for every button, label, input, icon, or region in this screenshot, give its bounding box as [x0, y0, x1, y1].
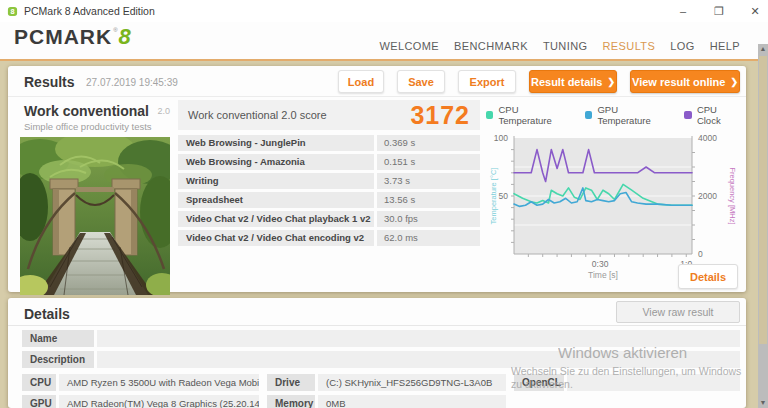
description-label: Description [22, 351, 94, 368]
cpu-temp-swatch-icon [486, 111, 493, 119]
opencl-label: OpenCL [514, 374, 564, 391]
subscore-label: Writing [178, 173, 374, 189]
gpu-label: GPU [22, 395, 56, 408]
score-value: 3172 [410, 101, 470, 130]
table-row: Video Chat v2 / Video Chat encoding v262… [178, 230, 480, 246]
nav-log[interactable]: LOG [670, 40, 694, 52]
chevron-right-icon: ❯ [730, 77, 738, 87]
minimize-icon[interactable]: – [676, 0, 690, 22]
svg-text:Time [s]: Time [s] [588, 270, 618, 280]
memory-value: 0MB [318, 395, 506, 408]
load-button[interactable]: Load [338, 70, 384, 93]
legend-label: CPU Clock [697, 104, 740, 126]
test-card: 2.0 Work conventional Simple office prod… [20, 96, 170, 292]
drive-value: (C:) SKHynix_HFS256GD9TNG-L3A0B [318, 374, 506, 391]
score-table: Work conventional 2.0 score 3172 Web Bro… [178, 100, 480, 292]
subscore-value: 30.0 fps [377, 211, 480, 227]
scroll-down-icon[interactable]: ▼ [758, 398, 768, 408]
save-button[interactable]: Save [397, 70, 445, 93]
app-icon: 8 [7, 6, 18, 17]
maximize-icon[interactable]: ❐ [712, 0, 726, 22]
details-panel-header: Details View raw result [8, 298, 746, 326]
nav-results[interactable]: RESULTS [602, 40, 655, 52]
nav-help[interactable]: HELP [710, 40, 740, 52]
chevron-right-icon: ❯ [607, 77, 615, 87]
subscore-value: 62.0 ms [377, 230, 480, 246]
cpu-clock-swatch-icon [684, 111, 691, 119]
drive-label: Drive [267, 374, 315, 391]
details-rows: Name Description CPU AMD Ryzen 5 3500U w… [22, 330, 740, 408]
test-name: Work conventional [24, 103, 149, 119]
name-row: Name [22, 330, 740, 347]
svg-text:4000: 4000 [698, 134, 717, 143]
legend-label: CPU Temperature [498, 104, 569, 126]
gpu-temp-swatch-icon [585, 111, 592, 119]
subscore-label: Spreadsheet [178, 192, 374, 208]
view-raw-result-button[interactable]: View raw result [616, 301, 740, 323]
test-version: 2.0 [157, 106, 170, 116]
table-row: Writing3.73 s [178, 173, 480, 189]
scroll-up-icon[interactable]: ▲ [758, 44, 768, 54]
legend-cpu-temperature: CPU Temperature [486, 104, 569, 126]
svg-text:100: 100 [494, 134, 508, 143]
name-value [97, 330, 740, 347]
chart-details-button[interactable]: Details [678, 264, 738, 289]
gpu-value: AMD Radeon(TM) Vega 8 Graphics (25.20.14… [59, 395, 259, 408]
monitoring-chart: CPU Temperature GPU Temperature CPU Cloc… [486, 96, 740, 292]
test-subtitle: Simple office productivity tests [24, 121, 170, 132]
line-chart: 501000200040000:301:0Time [s]Temperature… [488, 134, 738, 284]
nav-benchmark[interactable]: BENCHMARK [454, 40, 528, 52]
results-panel-body: 2.0 Work conventional Simple office prod… [8, 96, 746, 292]
hardware-row: GPU AMD Radeon(TM) Vega 8 Graphics (25.2… [22, 395, 740, 408]
chart-legend: CPU Temperature GPU Temperature CPU Cloc… [486, 104, 740, 126]
legend-cpu-clock: CPU Clock [684, 104, 740, 126]
table-row: Web Browsing - JunglePin0.369 s [178, 135, 480, 151]
table-row: Spreadsheet13.56 s [178, 192, 480, 208]
name-label: Name [22, 330, 94, 347]
subscore-value: 0.151 s [377, 154, 480, 170]
scrollbar-thumb[interactable] [759, 56, 767, 344]
logo-8-icon: 8 [119, 25, 131, 49]
cpu-label: CPU [22, 374, 56, 391]
nav-welcome[interactable]: WELCOME [379, 40, 439, 52]
subscore-value: 13.56 s [377, 192, 480, 208]
description-value [97, 351, 740, 368]
details-heading: Details [24, 306, 70, 322]
results-panel: Results 27.07.2019 19:45:39 Load Save Ex… [8, 66, 746, 292]
svg-text:Frequency [MHz]: Frequency [MHz] [728, 167, 737, 224]
results-heading: Results [24, 74, 75, 90]
subscore-label: Video Chat v2 / Video Chat playback 1 v2 [178, 211, 374, 227]
pcmark-window: 8 PCMark 8 Advanced Edition – ❐ ✕ PCMARK… [0, 0, 768, 408]
legend-label: GPU Temperature [597, 104, 668, 126]
results-panel-header: Results 27.07.2019 19:45:39 Load Save Ex… [8, 66, 746, 97]
score-label: Work conventional 2.0 score [188, 109, 410, 121]
test-photo [20, 137, 170, 295]
legend-gpu-temperature: GPU Temperature [585, 104, 668, 126]
nav-tuning[interactable]: TUNING [543, 40, 588, 52]
svg-text:Temperature [°C]: Temperature [°C] [489, 168, 498, 225]
score-header-row: Work conventional 2.0 score 3172 [178, 100, 480, 130]
close-icon[interactable]: ✕ [748, 0, 762, 22]
subscore-label: Video Chat v2 / Video Chat encoding v2 [178, 230, 374, 246]
logo-text: PCMARK [14, 25, 112, 49]
opencl-value [567, 374, 740, 391]
svg-text:2000: 2000 [698, 191, 717, 201]
main-nav: WELCOME BENCHMARK TUNING RESULTS LOG HEL… [379, 40, 740, 52]
cpu-value: AMD Ryzen 5 3500U with Radeon Vega Mobil… [59, 374, 259, 391]
result-details-label: Result details [531, 76, 603, 88]
hardware-row: CPU AMD Ryzen 5 3500U with Radeon Vega M… [22, 374, 740, 391]
subscore-value: 3.73 s [377, 173, 480, 189]
table-row: Video Chat v2 / Video Chat playback 1 v2… [178, 211, 480, 227]
export-button[interactable]: Export [458, 70, 516, 93]
result-details-button[interactable]: Result details❯ [529, 70, 617, 93]
description-row: Description [22, 351, 740, 368]
registered-mark: ® [113, 27, 117, 33]
pcmark-logo: PCMARK ® 8 [14, 25, 131, 49]
subscore-label: Web Browsing - JunglePin [178, 135, 374, 151]
view-result-online-button[interactable]: View result online❯ [630, 70, 740, 93]
svg-text:0:30: 0:30 [592, 259, 609, 269]
scrollbar[interactable]: ▲ ▼ [758, 44, 768, 408]
table-row: Web Browsing - Amazonia0.151 s [178, 154, 480, 170]
window-title: PCMark 8 Advanced Edition [24, 5, 155, 17]
svg-text:50: 50 [499, 191, 509, 201]
